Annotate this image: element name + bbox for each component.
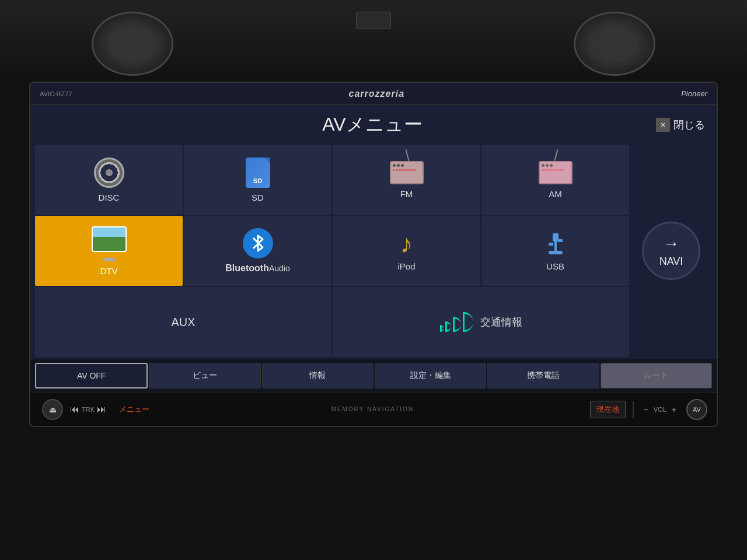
traffic-label: 交通情報 <box>480 315 522 329</box>
traffic-wave-icon <box>440 312 473 332</box>
usb-button[interactable]: USB <box>481 216 629 286</box>
title-bar: AVメニュー × 閉じる <box>30 105 717 142</box>
prev-track-button[interactable]: ⏮ <box>70 404 79 415</box>
trk-label: TRK <box>82 406 95 413</box>
bluetooth-icon <box>243 228 273 258</box>
bluetooth-audio-button[interactable]: Bluetooth Audio <box>184 216 331 286</box>
sd-notch <box>264 158 270 163</box>
dtv-button[interactable]: DTV <box>35 216 183 286</box>
fm-antenna <box>405 149 409 161</box>
main-unit: AVIC-RZ77 carrozzeria Pioneer AVメニュー × 閉… <box>29 82 718 427</box>
svg-rect-4 <box>558 239 563 242</box>
fm-radio-icon <box>390 161 424 184</box>
traffic-button[interactable]: 交通情報 <box>333 287 629 357</box>
ipod-label: iPod <box>397 261 415 271</box>
info-button[interactable]: 情報 <box>262 363 374 388</box>
view-button[interactable]: ビュー <box>149 363 260 388</box>
menu-button[interactable]: メニュー <box>113 401 155 418</box>
navi-circle[interactable]: → NAVI <box>642 222 700 280</box>
right-vent <box>574 12 655 76</box>
svg-rect-3 <box>549 243 553 246</box>
settings-button[interactable]: 設定・編集 <box>375 363 486 388</box>
fm-button[interactable]: FM <box>333 145 480 215</box>
vol-minus-button[interactable]: − <box>641 404 651 415</box>
dtv-label: DTV <box>100 266 118 276</box>
close-x-icon: × <box>656 118 670 132</box>
navi-label: NAVI <box>659 256 683 268</box>
av-button[interactable]: AV <box>686 399 707 420</box>
svg-rect-1 <box>554 242 557 251</box>
am-radio-icon <box>539 161 573 184</box>
aux-button[interactable]: AUX <box>35 287 331 357</box>
disc-button[interactable]: DISC <box>35 145 183 215</box>
phone-button[interactable]: 携帯電話 <box>487 363 599 388</box>
controls-left: ⏏ ⏮ TRK ⏭ メニュー <box>42 399 155 420</box>
navi-arrow-icon: → <box>663 235 679 253</box>
left-vent <box>92 12 173 76</box>
aux-label: AUX <box>171 316 195 329</box>
sd-label: SD <box>252 192 264 202</box>
screen: AVメニュー × 閉じる DISC <box>30 105 717 392</box>
audio-label: Audio <box>269 264 290 273</box>
next-track-button[interactable]: ⏭ <box>97 404 106 415</box>
memory-nav-label: MEMORY NAVIGATION <box>331 406 414 412</box>
controls-right: 現在地 − VOL + AV <box>590 399 707 420</box>
trk-controls: ⏮ TRK ⏭ <box>70 404 106 415</box>
divider <box>633 401 634 418</box>
ipod-button[interactable]: ♪ iPod <box>333 216 480 286</box>
av-off-button[interactable]: AV OFF <box>35 363 148 388</box>
unit-header: AVIC-RZ77 carrozzeria Pioneer <box>30 83 717 105</box>
vol-label: VOL <box>654 406 666 413</box>
eject-button[interactable]: ⏏ <box>42 399 63 420</box>
vol-plus-button[interactable]: + <box>669 404 679 415</box>
sd-icon <box>246 158 270 188</box>
dtv-icon <box>92 226 127 252</box>
navi-button[interactable]: → NAVI <box>630 145 712 357</box>
route-button[interactable]: ルート <box>601 363 712 388</box>
brand-pioneer: Pioneer <box>681 89 707 98</box>
top-vents-area <box>0 0 747 82</box>
page-title: AVメニュー <box>89 112 656 138</box>
sd-button[interactable]: SD <box>184 145 331 215</box>
bluetooth-label: Bluetooth <box>225 263 269 274</box>
am-label: AM <box>549 189 562 199</box>
svg-rect-2 <box>549 251 563 254</box>
usb-label: USB <box>546 261 564 271</box>
close-label: 閉じる <box>673 118 705 132</box>
disc-icon <box>94 158 124 188</box>
am-antenna <box>554 149 558 161</box>
genzaichi-button[interactable]: 現在地 <box>590 401 626 418</box>
brand-carrozzeria: carrozzeria <box>349 89 405 99</box>
close-button[interactable]: × 閉じる <box>656 118 705 132</box>
svg-rect-0 <box>553 233 558 242</box>
usb-icon <box>543 231 568 257</box>
top-button[interactable] <box>356 12 391 29</box>
model-label: AVIC-RZ77 <box>40 90 72 97</box>
vol-control: − VOL + <box>641 404 679 415</box>
bottom-bar: AV OFF ビュー 情報 設定・編集 携帯電話 ルート <box>30 359 717 392</box>
av-grid: DISC SD <box>35 145 712 357</box>
ipod-note-icon: ♪ <box>400 231 413 257</box>
am-button[interactable]: AM <box>481 145 629 215</box>
disc-label: DISC <box>99 192 120 202</box>
controls-bar: ⏏ ⏮ TRK ⏭ メニュー MEMORY NAVIGATION 現在地 − <box>30 392 718 426</box>
fm-label: FM <box>400 189 413 199</box>
dtv-stand <box>103 258 115 261</box>
